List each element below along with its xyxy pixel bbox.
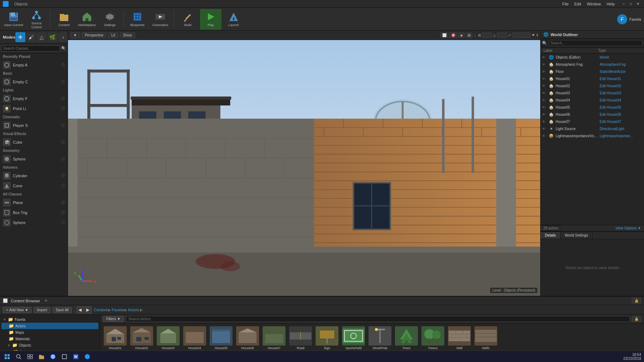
outliner-item-house02[interactable]: 👁 🏠 House02 Edit House02 — [541, 82, 644, 89]
category-basic[interactable]: Basic — [0, 70, 68, 77]
outliner-item-lightmass[interactable]: 👁 📦 LightmassImportanceVolume LightmassI… — [541, 132, 644, 139]
taskbar-explorer2-btn[interactable] — [60, 352, 69, 361]
add-new-button[interactable]: + Add New ▼ — [3, 307, 31, 313]
folder-favela[interactable]: ▼ 📁 Favela — [1, 316, 98, 323]
outliner-item-floor[interactable]: 👁 🏠 Floor StaticMeshActor — [541, 68, 644, 75]
category-all-classes[interactable]: All Classes — [0, 191, 68, 198]
nav-forward-btn[interactable]: ▶ — [84, 306, 92, 313]
lit-btn[interactable]: Lit — [108, 32, 118, 38]
cinematics-button[interactable]: Cinematics — [150, 9, 171, 30]
cb-item-house04[interactable]: House04 — [182, 326, 207, 350]
close-button[interactable]: ✕ — [635, 1, 641, 7]
blueprints-button[interactable]: Blueprints — [127, 9, 148, 30]
outliner-item-house03[interactable]: 👁 🏠 House03 Edit House03 — [541, 89, 644, 96]
category-lights[interactable]: Lights — [0, 87, 68, 94]
more-modes-btn[interactable]: › — [58, 32, 68, 42]
cb-item-wall1[interactable]: Wall1 — [474, 326, 498, 350]
taskbar-chrome-btn[interactable] — [49, 352, 57, 361]
folder-materials[interactable]: 📁 Materials — [1, 336, 98, 342]
paint-mode-btn[interactable]: 🖌 — [26, 32, 36, 42]
taskbar-search-btn[interactable] — [14, 352, 23, 361]
save-current-button[interactable]: Save Current — [3, 9, 24, 30]
marketplace-button[interactable]: Marketplace — [76, 9, 98, 30]
settings-button[interactable]: Settings — [99, 9, 121, 30]
maximize-button[interactable]: □ — [628, 1, 634, 7]
viewport[interactable]: X Y Z Level : Objects (Persistent) — [68, 40, 540, 296]
vp-ctrl-2[interactable]: 🎯 — [449, 33, 457, 38]
cb-item-road[interactable]: Road — [288, 326, 313, 350]
category-visual-effects[interactable]: Visual Effects — [0, 130, 68, 137]
taskbar-task-view-btn[interactable] — [26, 352, 34, 361]
world-settings-tab[interactable]: World Settings — [561, 232, 593, 239]
outliner-search-input[interactable] — [549, 40, 643, 46]
placement-empty-a[interactable]: Empty A ⓘ — [0, 60, 68, 70]
placement-mode-btn[interactable]: ✚ — [15, 32, 25, 42]
category-recently-placed[interactable]: Recently Placed — [0, 53, 68, 60]
placement-sphere2[interactable]: Sphere ⓘ — [0, 218, 68, 228]
taskbar-ue-btn[interactable] — [83, 352, 92, 361]
placement-box-trig[interactable]: Box Trig ⓘ — [0, 208, 68, 218]
taskbar-windows-btn[interactable] — [3, 352, 11, 361]
outliner-item-atmos-fog[interactable]: 👁 🏠 Atmospheric Fog AtmosphericFog — [541, 61, 644, 68]
content-button[interactable]: Content — [53, 9, 75, 30]
content-browser-tab-label[interactable]: Content Browser — [11, 299, 40, 303]
cb-item-wall[interactable]: Wall — [447, 326, 472, 350]
outliner-item-light-source[interactable]: 👁 ☀ Light Source DirectionalLight — [541, 125, 644, 132]
outliner-item-house05[interactable]: 👁 🏠 House05 Edit House05 — [541, 104, 644, 111]
menu-help[interactable]: Help — [606, 2, 615, 6]
save-all-button[interactable]: Save All — [53, 307, 72, 313]
search-classes-input[interactable] — [1, 45, 60, 51]
breadcrumb-favela[interactable]: Favela — [112, 308, 123, 312]
source-control-button[interactable]: Source Control — [26, 9, 47, 30]
view-options-btn[interactable]: View Options ▼ — [613, 225, 644, 231]
viewport-menu-btn[interactable]: ▼ — [70, 32, 80, 38]
import-button[interactable]: Import — [34, 307, 50, 313]
filters-button[interactable]: Filters ▼ — [103, 316, 124, 322]
placement-empty-c[interactable]: Empty C ⓘ — [0, 77, 68, 87]
show-btn[interactable]: Show — [120, 32, 135, 38]
cb-item-house03[interactable]: House03 — [156, 326, 180, 350]
scale-input[interactable]: 0.03125 — [512, 33, 531, 38]
cb-item-trees[interactable]: Trees — [394, 326, 419, 350]
placement-cone[interactable]: Cone ⓘ — [0, 181, 68, 191]
placement-cube[interactable]: Cube ⓘ — [0, 137, 68, 147]
breadcrumb-content[interactable]: Content — [94, 308, 108, 312]
outliner-item-house04[interactable]: 👁 🏠 House04 Edit House04 — [541, 96, 644, 104]
taskbar-word-btn[interactable]: W — [72, 352, 80, 361]
details-tab[interactable]: Details — [541, 232, 561, 239]
folder-maps[interactable]: 📁 Maps — [1, 329, 98, 336]
cb-item-house01[interactable]: House01 — [103, 326, 127, 350]
placement-cylinder[interactable]: Cylinder ⓘ — [0, 171, 68, 181]
category-cinematic[interactable]: Cinematic — [0, 114, 68, 120]
play-button[interactable]: Play — [200, 9, 221, 30]
vp-ctrl-3[interactable]: ◈ — [458, 33, 465, 38]
menu-file[interactable]: File — [562, 2, 569, 6]
cb-close-btn[interactable]: ✕ — [44, 298, 48, 303]
category-volumes[interactable]: Volumes — [0, 164, 68, 171]
cb-item-house07[interactable]: House07 — [262, 326, 286, 350]
build-button[interactable]: Build — [177, 9, 199, 30]
outliner-item-house01[interactable]: 👁 🏠 House01 Edit House01 — [541, 75, 644, 82]
nav-back-btn[interactable]: ◀ — [77, 306, 84, 313]
cb-item-trees1[interactable]: Trees1 — [421, 326, 445, 350]
outliner-item-objects-editor[interactable]: 👁 🌐 Objects (Editor) World — [541, 54, 644, 61]
placement-empty-f[interactable]: Empty F ⓘ — [0, 94, 68, 104]
taskbar-explorer-btn[interactable] — [37, 352, 46, 361]
placement-point-light[interactable]: Point Li ⓘ — [0, 104, 68, 114]
angle-snap-input[interactable]: 10° — [497, 33, 507, 38]
outliner-item-house06[interactable]: 👁 🏠 House06 Edit House06 — [541, 111, 644, 118]
breadcrumb-actors[interactable]: Actors — [128, 308, 139, 312]
cb-item-sign[interactable]: Sign — [315, 326, 339, 350]
cb-settings-btn[interactable]: 🔒 — [632, 316, 641, 322]
placement-plane[interactable]: Plane ⓘ — [0, 198, 68, 208]
folder-actors[interactable]: 📁 Actors — [1, 323, 98, 329]
placement-sphere[interactable]: Sphere ⓘ — [0, 154, 68, 164]
outliner-item-house07[interactable]: 👁 🏠 House07 Edit House07 — [541, 118, 644, 125]
cb-item-house06[interactable]: House06 — [235, 326, 260, 350]
menu-edit[interactable]: Edit — [574, 2, 581, 6]
launch-button[interactable]: Launch — [223, 9, 244, 30]
cb-search-input[interactable] — [126, 316, 630, 322]
menu-window[interactable]: Window — [587, 2, 601, 6]
cb-item-streetpole[interactable]: StreetPole — [368, 326, 392, 350]
cb-item-house02[interactable]: House02 — [130, 326, 154, 350]
